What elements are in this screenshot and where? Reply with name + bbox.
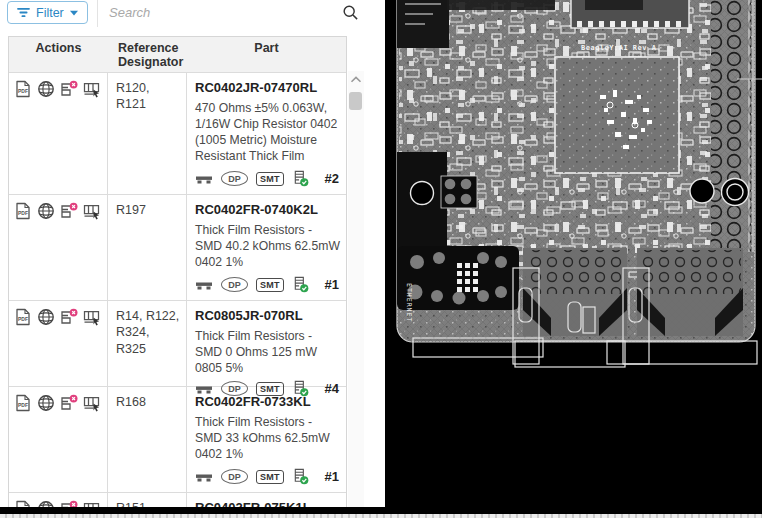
table-header: Actions Reference Designator Part xyxy=(9,37,346,73)
part-number[interactable]: RC0402FR-0733KL xyxy=(195,394,342,409)
bom-check-icon xyxy=(292,468,309,485)
dp-badge: DP xyxy=(221,277,248,292)
scrollbar-thumb[interactable] xyxy=(349,92,362,110)
mounting-hole xyxy=(722,179,749,206)
remove-part-icon[interactable] xyxy=(60,80,78,98)
place-part-icon[interactable] xyxy=(83,308,101,326)
pcb-viewport[interactable]: BeagleY.AI Rev A J19 xyxy=(385,0,762,518)
remove-part-icon[interactable] xyxy=(60,202,78,220)
column-header-reference-designator: Reference Designator xyxy=(108,37,187,72)
web-datasheet-icon[interactable] xyxy=(37,394,55,412)
part-number[interactable]: RC0805JR-070RL xyxy=(195,308,342,323)
table-scrollbar[interactable] xyxy=(348,71,364,507)
pdf-datasheet-icon[interactable] xyxy=(14,500,32,507)
search-icon[interactable] xyxy=(342,4,359,21)
place-part-icon[interactable] xyxy=(83,500,101,507)
smt-badge: SMT xyxy=(256,470,284,484)
smt-badge: SMT xyxy=(256,172,284,186)
usb-connector xyxy=(637,248,743,336)
search-input[interactable]: Search xyxy=(97,0,361,27)
pdf-datasheet-icon[interactable] xyxy=(14,80,32,98)
caret-down-icon xyxy=(70,10,78,16)
pcb-board: BeagleY.AI Rev A J19 xyxy=(397,0,762,367)
table-row[interactable]: R120, R121 RC0402JR-07470RL 470 Ohms ±5%… xyxy=(9,73,346,195)
reference-designators: R151, R156 xyxy=(108,493,187,507)
filter-button[interactable]: Filter xyxy=(7,1,88,24)
table-row[interactable]: R168 RC0402FR-0733KL Thick Film Resistor… xyxy=(9,387,346,493)
web-datasheet-icon[interactable] xyxy=(37,500,55,507)
footprint-icon xyxy=(195,279,213,291)
funnel-icon xyxy=(17,7,30,18)
pin-header xyxy=(441,176,477,208)
footprint-icon xyxy=(195,173,213,185)
chevron-up-icon xyxy=(350,76,362,83)
soc-footprint xyxy=(555,57,679,173)
part-description: Thick Film Resistors - SMD 33 kOhms 62.5… xyxy=(195,414,342,462)
mounting-hole xyxy=(690,179,714,203)
table-row[interactable]: R197 RC0402FR-0740K2L Thick Film Resisto… xyxy=(9,195,346,301)
ethernet-label: ETHERNET xyxy=(405,283,413,322)
part-number[interactable]: RC0402JR-07470RL xyxy=(195,80,342,95)
dp-badge: DP xyxy=(221,171,248,186)
place-part-icon[interactable] xyxy=(83,394,101,412)
column-header-part: Part xyxy=(187,37,346,72)
place-part-icon[interactable] xyxy=(83,80,101,98)
search-placeholder: Search xyxy=(109,5,150,20)
part-number[interactable]: RC0402FR-075K1L xyxy=(195,500,342,507)
mounting-hole xyxy=(411,182,434,205)
reference-designators: R120, R121 xyxy=(108,73,187,194)
pdf-datasheet-icon[interactable] xyxy=(14,308,32,326)
bom-check-icon xyxy=(292,170,309,187)
part-instance-count: #2 xyxy=(325,171,339,186)
web-datasheet-icon[interactable] xyxy=(37,308,55,326)
part-instance-count: #1 xyxy=(325,277,339,292)
filter-button-label: Filter xyxy=(36,6,64,20)
table-row[interactable]: R14, R122, R324, R325 RC0805JR-070RL Thi… xyxy=(9,301,346,387)
reference-designators: R197 xyxy=(108,195,187,300)
bom-check-icon xyxy=(292,276,309,293)
part-description: Thick Film Resistors - SMD 0 Ohms 125 mW… xyxy=(195,328,342,376)
bom-table: Actions Reference Designator Part R120, … xyxy=(8,36,347,507)
pdf-datasheet-icon[interactable] xyxy=(14,394,32,412)
web-datasheet-icon[interactable] xyxy=(37,202,55,220)
part-number[interactable]: RC0402FR-0740K2L xyxy=(195,202,342,217)
pcb-canvas: BeagleY.AI Rev A J19 xyxy=(385,0,762,518)
board-silkscreen-title: BeagleY.AI Rev A xyxy=(581,44,657,52)
reference-designators: R168 xyxy=(108,387,187,492)
part-instance-count: #1 xyxy=(325,469,339,484)
column-header-actions: Actions xyxy=(9,37,108,72)
table-row[interactable]: R151, R156 RC0402FR-075K1L 5.1 kOhms ±1%… xyxy=(9,493,346,507)
remove-part-icon[interactable] xyxy=(60,308,78,326)
web-datasheet-icon[interactable] xyxy=(37,80,55,98)
remove-part-icon[interactable] xyxy=(60,500,78,507)
smt-badge: SMT xyxy=(256,278,284,292)
place-part-icon[interactable] xyxy=(83,202,101,220)
dp-badge: DP xyxy=(221,469,248,484)
pcb-module xyxy=(571,0,689,28)
bottom-bar xyxy=(0,507,762,514)
part-description: 470 Ohms ±5% 0.063W, 1/16W Chip Resistor… xyxy=(195,100,342,164)
pdf-datasheet-icon[interactable] xyxy=(14,202,32,220)
part-description: Thick Film Resistors - SMD 40.2 kOhms 62… xyxy=(195,222,342,270)
window-edge xyxy=(0,514,762,518)
scroll-up-button[interactable] xyxy=(348,71,364,87)
footprint-icon xyxy=(195,471,213,483)
bom-panel: Filter Search Actions Reference Designat… xyxy=(0,0,385,518)
remove-part-icon[interactable] xyxy=(60,394,78,412)
